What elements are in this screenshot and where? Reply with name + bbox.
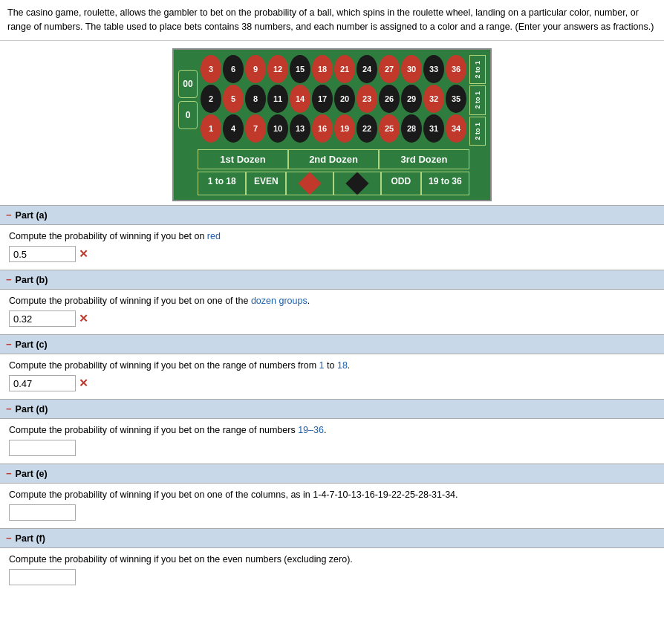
num-23: 23 [357, 85, 377, 113]
part-c-toggle[interactable]: − [6, 339, 12, 350]
part-a-wrong-icon: ✕ [79, 247, 88, 261]
part-a-input[interactable] [9, 246, 76, 262]
part-b-toggle[interactable]: − [6, 274, 12, 285]
num-15: 15 [290, 55, 310, 83]
part-a-label: Part (a) [16, 210, 48, 221]
side-labels: 2 to 1 2 to 1 2 to 1 [469, 54, 486, 147]
part-d-input[interactable] [9, 440, 76, 456]
num-10: 10 [267, 114, 288, 143]
part-c-label: Part (c) [16, 339, 48, 350]
num-26: 26 [379, 85, 400, 113]
num-3: 3 [201, 55, 221, 83]
row-3: 3 6 9 12 15 18 21 24 27 30 33 36 [200, 54, 467, 84]
part-f-question: Compute the probability of winning if yo… [9, 554, 655, 565]
num-1: 1 [201, 114, 221, 143]
part-c-answer-row: ✕ [9, 375, 655, 391]
part-a-question: Compute the probability of winning if yo… [9, 231, 655, 241]
roulette-container: 00 0 3 6 9 12 15 18 21 24 27 30 33 [0, 41, 664, 206]
numbers-grid: 3 6 9 12 15 18 21 24 27 30 33 36 2 5 [200, 54, 467, 147]
zero-column: 00 0 [178, 54, 198, 147]
num-28: 28 [401, 114, 422, 143]
dozen-1: 1st Dozen [198, 149, 288, 169]
num-33: 33 [423, 55, 444, 83]
num-11: 11 [267, 85, 288, 113]
part-c-body: Compute the probability of winning if yo… [0, 354, 664, 399]
num-36: 36 [446, 55, 466, 83]
num-12: 12 [267, 55, 288, 83]
part-f-body: Compute the probability of winning if yo… [0, 548, 664, 593]
num-31: 31 [423, 114, 444, 143]
part-b-header: − Part (b) [0, 270, 664, 290]
num-20: 20 [334, 85, 355, 113]
num-22: 22 [357, 114, 377, 143]
side-label-3: 2 to 1 [469, 55, 486, 85]
dozen-2: 2nd Dozen [288, 149, 379, 169]
part-e-header: − Part (e) [0, 464, 664, 484]
part-a-toggle[interactable]: − [6, 209, 12, 221]
part-f-label: Part (f) [16, 533, 45, 544]
part-f-input[interactable] [9, 569, 76, 585]
part-d-header: − Part (d) [0, 399, 664, 419]
zero-zero-cell: 00 [178, 70, 198, 98]
num-6: 6 [223, 55, 244, 83]
dozen-3: 3rd Dozen [379, 149, 469, 169]
num-14: 14 [290, 85, 310, 113]
num-19: 19 [334, 114, 355, 143]
part-b-body: Compute the probability of winning if yo… [0, 290, 664, 334]
num-24: 24 [357, 55, 377, 83]
num-8: 8 [245, 85, 266, 113]
num-2: 2 [201, 85, 221, 113]
part-a-link-red[interactable]: red [207, 231, 221, 241]
part-b-question: Compute the probability of winning if yo… [9, 296, 655, 306]
part-d-link-range[interactable]: 19–36 [298, 425, 324, 435]
part-d-label: Part (d) [16, 404, 48, 414]
bottom-odd: ODD [381, 172, 421, 195]
part-d-toggle[interactable]: − [6, 403, 12, 414]
num-34: 34 [446, 114, 466, 143]
num-35: 35 [446, 85, 466, 113]
part-d-body: Compute the probability of winning if yo… [0, 419, 664, 464]
part-e-body: Compute the probability of winning if yo… [0, 484, 664, 528]
part-c-question: Compute the probability of winning if yo… [9, 360, 655, 371]
part-f-header: − Part (f) [0, 528, 664, 548]
num-5: 5 [223, 85, 244, 113]
row-2: 2 5 8 11 14 17 20 23 26 29 32 35 [200, 84, 467, 114]
part-c-link-1[interactable]: 1 [319, 360, 325, 371]
num-27: 27 [379, 55, 400, 83]
num-29: 29 [401, 85, 422, 113]
part-e-toggle[interactable]: − [6, 468, 12, 479]
part-a-body: Compute the probability of winning if yo… [0, 225, 664, 270]
roulette-table: 00 0 3 6 9 12 15 18 21 24 27 30 33 [172, 48, 492, 202]
num-13: 13 [290, 114, 310, 143]
part-e-input[interactable] [9, 504, 76, 521]
intro-text: The casino game, roulette, allows the ga… [0, 0, 664, 41]
bottom-19to36: 19 to 36 [421, 172, 469, 195]
part-f-toggle[interactable]: − [6, 533, 12, 544]
part-e-label: Part (e) [16, 469, 48, 479]
part-c-wrong-icon: ✕ [79, 377, 88, 390]
part-c-header: − Part (c) [0, 334, 664, 354]
side-label-2: 2 to 1 [469, 85, 486, 115]
part-a-header: − Part (a) [0, 205, 664, 225]
num-21: 21 [334, 55, 355, 83]
part-b-label: Part (b) [16, 275, 48, 285]
part-c-input[interactable] [9, 375, 76, 391]
num-17: 17 [312, 85, 333, 113]
num-25: 25 [379, 114, 400, 143]
part-a-answer-row: ✕ [9, 246, 655, 262]
part-e-question: Compute the probability of winning if yo… [9, 489, 655, 500]
row-1: 1 4 7 10 13 16 19 22 25 28 31 34 [200, 114, 467, 143]
bottom-even: EVEN [246, 172, 286, 195]
part-d-question: Compute the probability of winning if yo… [9, 425, 655, 435]
part-b-link-dozen[interactable]: dozen groups [251, 296, 307, 306]
part-b-answer-row: ✕ [9, 310, 655, 327]
zero-cell: 0 [178, 101, 198, 129]
bottom-1to18: 1 to 18 [198, 172, 246, 195]
part-e-answer-row [9, 504, 655, 521]
num-4: 4 [223, 114, 244, 143]
num-32: 32 [423, 85, 444, 113]
part-c-link-18[interactable]: 18 [337, 360, 348, 371]
bottom-diamond-red [286, 172, 333, 195]
part-b-input[interactable] [9, 310, 76, 327]
part-b-wrong-icon: ✕ [79, 312, 88, 325]
